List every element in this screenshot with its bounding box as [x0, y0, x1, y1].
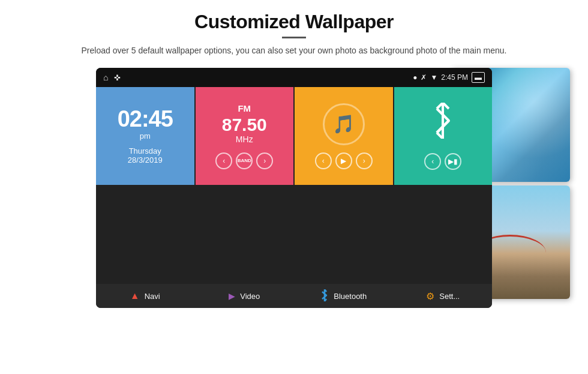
nav-bluetooth-label: Bluetooth — [334, 292, 367, 301]
nav-navi-label: Navi — [145, 292, 160, 301]
usb-icon: ✜ — [114, 73, 121, 82]
clock-date: 28/3/2019 — [128, 155, 163, 164]
bt-controls: ‹ ▶▮ — [424, 153, 461, 170]
bt-prev-button[interactable]: ‹ — [424, 153, 441, 170]
video-icon: ▶ — [229, 291, 235, 301]
fm-label: FM — [238, 103, 251, 113]
nav-video[interactable]: ▶ Video — [196, 284, 294, 308]
clock-time: 02:45 — [118, 107, 173, 130]
bt-nav-icon — [320, 289, 329, 303]
fm-tile[interactable]: FM 87.50 MHz ‹ BAND › — [196, 87, 294, 185]
tiles-grid: 02:45 pm Thursday 28/3/2019 FM 87.50 MHz… — [96, 87, 492, 284]
music-prev-button[interactable]: ‹ — [315, 152, 332, 169]
page-subtitle: Preload over 5 default wallpaper options… — [36, 44, 552, 57]
wifi-icon: ▼ — [430, 73, 437, 82]
fm-frequency: 87.50 — [222, 115, 267, 134]
status-time: 2:45 PM — [441, 73, 468, 82]
device-mockup: ⌂ ✜ ● ✗ ▼ 2:45 PM ▬ 02:45 pm Thursday 28… — [96, 68, 492, 308]
music-icon-wrap: 🎵 — [323, 103, 365, 145]
status-right: ● ✗ ▼ 2:45 PM ▬ — [413, 72, 485, 83]
content-area: ⌂ ✜ ● ✗ ▼ 2:45 PM ▬ 02:45 pm Thursday 28… — [0, 62, 588, 308]
bluetooth-icon-large — [431, 103, 455, 146]
music-tile[interactable]: 🎵 ‹ ▶ › — [295, 87, 393, 185]
bt-playpause-button[interactable]: ▶▮ — [445, 153, 461, 170]
nav-video-label: Video — [240, 292, 260, 301]
clock-day: Thursday — [129, 146, 161, 155]
status-bar: ⌂ ✜ ● ✗ ▼ 2:45 PM ▬ — [96, 68, 492, 87]
navi-icon: ▲ — [130, 291, 140, 301]
location-icon: ● — [413, 73, 417, 82]
fm-unit: MHz — [236, 134, 253, 144]
music-play-button[interactable]: ▶ — [335, 152, 352, 169]
fm-prev-button[interactable]: ‹ — [215, 152, 232, 169]
fm-next-button[interactable]: › — [256, 152, 273, 169]
nav-settings[interactable]: ⚙ Sett... — [394, 284, 493, 308]
nav-navi[interactable]: ▲ Navi — [96, 284, 194, 308]
status-left: ⌂ ✜ — [103, 73, 121, 82]
fm-band-button[interactable]: BAND — [236, 152, 253, 169]
bottom-nav: ▲ Navi ▶ Video Bluetooth ⚙ — [96, 284, 492, 308]
title-divider — [282, 37, 306, 38]
page-title: Customized Wallpaper — [36, 11, 552, 33]
settings-icon: ⚙ — [426, 291, 434, 302]
nav-bluetooth[interactable]: Bluetooth — [295, 284, 393, 308]
music-next-button[interactable]: › — [356, 152, 373, 169]
page-header: Customized Wallpaper Preload over 5 defa… — [0, 0, 588, 62]
clock-ampm: pm — [140, 131, 151, 140]
battery-icon: ▬ — [472, 72, 485, 83]
home-icon: ⌂ — [103, 73, 108, 82]
fm-controls: ‹ BAND › — [215, 152, 273, 169]
music-note-icon: 🎵 — [332, 113, 355, 134]
bluetooth-tile[interactable]: ‹ ▶▮ — [394, 87, 493, 185]
nav-settings-label: Sett... — [439, 292, 460, 301]
music-controls: ‹ ▶ › — [315, 152, 373, 169]
clock-tile[interactable]: 02:45 pm Thursday 28/3/2019 — [96, 87, 194, 185]
bluetooth-status-icon: ✗ — [421, 73, 427, 82]
